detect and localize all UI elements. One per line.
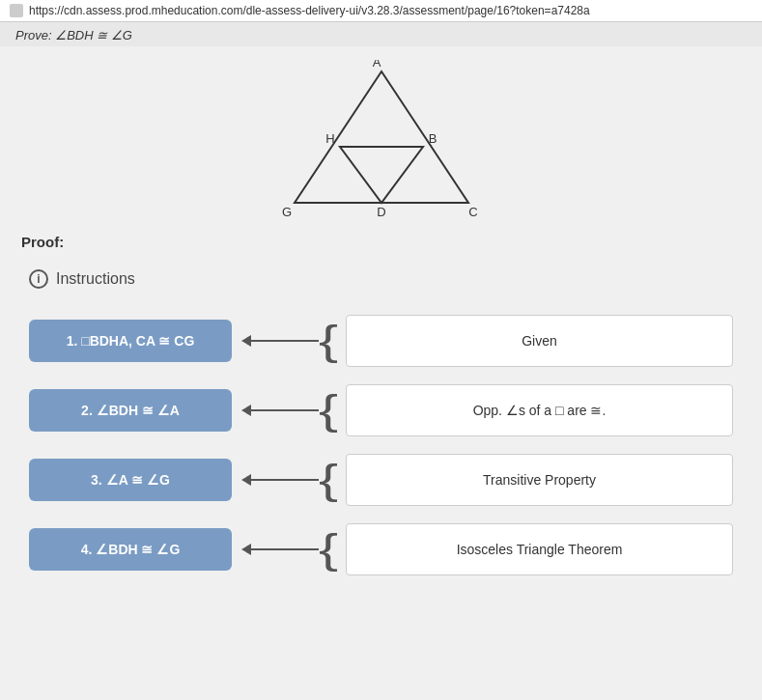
svg-text:H: H (325, 131, 334, 146)
proof-row-2: 2. ∠BDH ≅ ∠A { Opp. ∠s of a □ are ≅. (29, 381, 733, 439)
bracket-icon-4: { (319, 529, 338, 570)
bracket-reason-2: { Opp. ∠s of a □ are ≅. (319, 381, 733, 439)
triangle-diagram: A B H G D C (275, 60, 488, 224)
svg-marker-0 (295, 71, 468, 203)
reason-box-2: Opp. ∠s of a □ are ≅. (346, 384, 733, 436)
arrow-head-1 (241, 335, 251, 347)
arrow-3 (232, 474, 319, 486)
bracket-icon-3: { (319, 460, 338, 500)
step-box-4[interactable]: 4. ∠BDH ≅ ∠G (29, 528, 232, 571)
svg-text:C: C (468, 205, 477, 219)
diagram-area: A B H G D C (19, 56, 743, 224)
reason-box-1: Given (346, 315, 733, 367)
instructions-row: i Instructions (19, 264, 743, 294)
arrow-head-2 (241, 405, 251, 416)
bracket-icon-1: { (319, 321, 338, 361)
step-box-3[interactable]: 3. ∠A ≅ ∠G (29, 459, 232, 501)
step-box-1[interactable]: 1. □BDHA, CA ≅ CG (29, 320, 232, 362)
main-content: A B H G D C Proof: i Instructions 1. □BD… (0, 46, 762, 700)
bracket-reason-3: { Transitive Property (319, 451, 733, 509)
step-box-2[interactable]: 2. ∠BDH ≅ ∠A (29, 389, 232, 432)
proof-rows: 1. □BDHA, CA ≅ CG { Given 2. ∠BDH ≅ ∠A {… (19, 312, 743, 578)
url-text: https://cdn.assess.prod.mheducation.com/… (29, 4, 590, 17)
instructions-label: Instructions (56, 270, 135, 288)
reason-box-4: Isosceles Triangle Theorem (346, 523, 733, 575)
proof-row-1: 1. □BDHA, CA ≅ CG { Given (29, 312, 733, 370)
svg-text:B: B (428, 131, 437, 146)
arrow-head-3 (241, 474, 251, 486)
arrow-4 (232, 544, 319, 555)
svg-marker-1 (340, 147, 423, 203)
arrow-1 (232, 335, 319, 347)
favicon-icon (10, 4, 23, 17)
bracket-reason-1: { Given (319, 312, 733, 370)
bracket-reason-4: { Isosceles Triangle Theorem (319, 520, 733, 578)
reason-box-3: Transitive Property (346, 454, 733, 506)
browser-bar: https://cdn.assess.prod.mheducation.com/… (0, 0, 762, 22)
arrow-2 (232, 405, 319, 416)
bracket-icon-2: { (319, 390, 338, 431)
arrow-head-4 (241, 544, 251, 555)
svg-text:G: G (281, 205, 291, 219)
proof-row-4: 4. ∠BDH ≅ ∠G { Isosceles Triangle Theore… (29, 520, 733, 578)
svg-text:A: A (372, 60, 381, 70)
proof-label: Proof: (21, 234, 743, 250)
svg-text:D: D (377, 205, 385, 219)
info-icon: i (29, 269, 48, 289)
proof-row-3: 3. ∠A ≅ ∠G { Transitive Property (29, 451, 733, 509)
prove-statement: Prove: ∠BDH ≅ ∠G (0, 22, 762, 46)
